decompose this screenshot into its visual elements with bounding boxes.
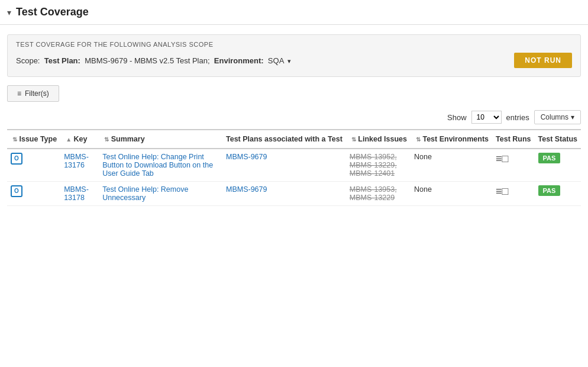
cell-test-status: PAS [535, 149, 581, 182]
col-test-runs: Test Runs [492, 130, 535, 149]
summary-link[interactable]: Test Online Help: Change Print Button to… [102, 153, 213, 178]
page-title: Test Coverage [16, 6, 89, 18]
cell-key[interactable]: MBMS-13176 [60, 149, 99, 182]
env-value[interactable]: SQA [268, 56, 284, 65]
linked-issue-link[interactable]: MBMS-13953, [350, 185, 407, 194]
table-header-row: ⇅ Issue Type ▲ Key ⇅ Summary Test Plans … [7, 130, 581, 149]
cell-test-plans[interactable]: MBMS-9679 [222, 149, 346, 182]
test-plan-link[interactable]: MBMS-9679 [226, 153, 267, 161]
issue-type-icon: O [11, 185, 22, 197]
status-badge: PAS [538, 153, 561, 163]
col-issue-type[interactable]: ⇅ Issue Type [7, 130, 60, 149]
page-header: ▾ Test Coverage [0, 0, 588, 25]
col-key[interactable]: ▲ Key [60, 130, 99, 149]
sort-icon-env: ⇅ [416, 136, 421, 143]
sort-icon: ⇅ [12, 136, 17, 143]
cell-linked-issues: MBMS-13952,MBMS-13229,MBMS-12401 [346, 149, 411, 182]
test-plan-link[interactable]: MBMS-9679 [226, 185, 267, 194]
cell-key[interactable]: MBMS-13178 [60, 182, 99, 206]
key-link[interactable]: MBMS-13176 [64, 153, 89, 169]
cell-test-environments: None [411, 149, 492, 182]
filter-label: Filter(s) [25, 89, 49, 98]
sort-asc-icon: ▲ [66, 136, 72, 143]
table-row: OMBMS-13178Test Online Help: Remove Unne… [7, 182, 581, 206]
cell-summary[interactable]: Test Online Help: Remove Unnecessary [99, 182, 222, 206]
issue-type-icon: O [11, 153, 22, 165]
scope-bar: TEST COVERAGE FOR THE FOLLOWING ANALYSIS… [7, 34, 581, 77]
table-wrap: ⇅ Issue Type ▲ Key ⇅ Summary Test Plans … [7, 129, 581, 206]
col-linked-issues[interactable]: ⇅ Linked Issues [346, 130, 411, 149]
table-row: OMBMS-13176Test Online Help: Change Prin… [7, 149, 581, 182]
cell-linked-issues: MBMS-13953,MBMS-13229 [346, 182, 411, 206]
sort-icon-linked: ⇅ [351, 136, 356, 143]
scope-bar-label: TEST COVERAGE FOR THE FOLLOWING ANALYSIS… [16, 41, 572, 48]
env-prefix: Environment: [214, 56, 264, 65]
entries-select[interactable]: 10 25 50 100 [471, 111, 502, 124]
cell-test-status: PAS [535, 182, 581, 206]
filter-button[interactable]: ≡ Filter(s) [7, 85, 59, 102]
col-test-status: Test Status [535, 130, 581, 149]
sort-icon-summary: ⇅ [104, 136, 109, 143]
linked-issue-link[interactable]: MBMS-13952, [350, 153, 407, 161]
filter-bar: ≡ Filter(s) [7, 85, 581, 102]
env-dropdown-icon[interactable]: ▾ [287, 57, 291, 65]
filter-icon: ≡ [17, 89, 21, 98]
col-summary[interactable]: ⇅ Summary [99, 130, 222, 149]
key-link[interactable]: MBMS-13178 [64, 185, 89, 202]
status-badge: PAS [538, 185, 561, 196]
summary-link[interactable]: Test Online Help: Remove Unnecessary [102, 185, 188, 202]
col-test-plans: Test Plans associated with a Test [222, 130, 346, 149]
not-run-badge: NOT RUN [514, 53, 572, 68]
columns-label: Columns [541, 113, 568, 121]
cell-test-environments: None [411, 182, 492, 206]
cell-test-runs[interactable]: ≡□ [492, 182, 535, 206]
show-entries-row: Show 10 25 50 100 entries Columns ▾ [0, 110, 588, 129]
cell-issue-type: O [7, 149, 60, 182]
test-runs-icon[interactable]: ≡□ [496, 153, 508, 165]
test-plan-prefix: Test Plan: [44, 56, 80, 65]
test-plan-value: MBMS-9679 - MBMS v2.5 Test Plan; [85, 56, 209, 65]
col-test-environments[interactable]: ⇅ Test Environments [411, 130, 492, 149]
linked-issue-link[interactable]: MBMS-13229, [350, 161, 407, 169]
cell-summary[interactable]: Test Online Help: Change Print Button to… [99, 149, 222, 182]
coverage-table: ⇅ Issue Type ▲ Key ⇅ Summary Test Plans … [7, 129, 581, 206]
collapse-icon[interactable]: ▾ [7, 8, 11, 17]
linked-issue-link[interactable]: MBMS-13229 [350, 194, 407, 202]
scope-prefix: Scope: [16, 56, 40, 65]
linked-issue-link[interactable]: MBMS-12401 [350, 169, 407, 178]
show-label: Show [447, 113, 467, 122]
entries-label: entries [506, 113, 529, 122]
cell-issue-type: O [7, 182, 60, 206]
test-runs-icon[interactable]: ≡□ [496, 185, 508, 197]
cell-test-plans[interactable]: MBMS-9679 [222, 182, 346, 206]
cell-test-runs[interactable]: ≡□ [492, 149, 535, 182]
columns-chevron-icon: ▾ [571, 113, 574, 121]
scope-text: Scope: Test Plan: MBMS-9679 - MBMS v2.5 … [16, 56, 291, 65]
columns-button[interactable]: Columns ▾ [534, 110, 581, 124]
